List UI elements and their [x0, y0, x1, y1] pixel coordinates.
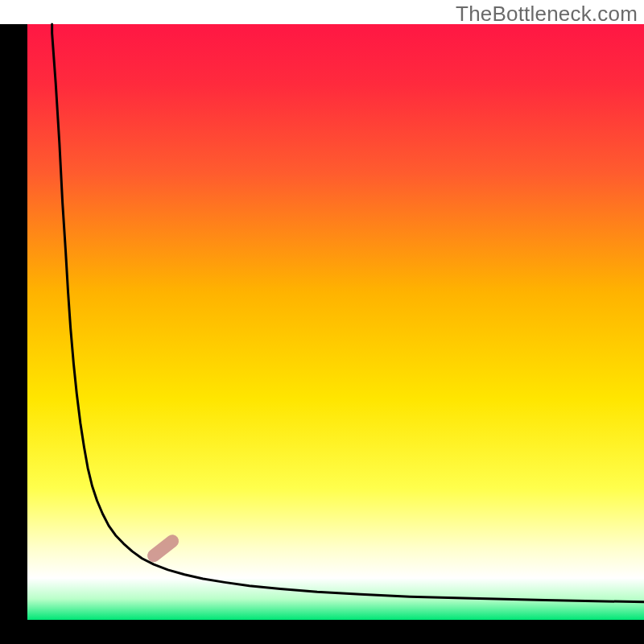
axis-left-frame: [0, 24, 27, 644]
plot-background: [27, 24, 644, 620]
axis-bottom-frame: [0, 620, 644, 644]
chart-root: TheBottleneck.com: [0, 0, 644, 644]
bottleneck-chart: [0, 0, 644, 644]
watermark-text: TheBottleneck.com: [456, 2, 638, 27]
